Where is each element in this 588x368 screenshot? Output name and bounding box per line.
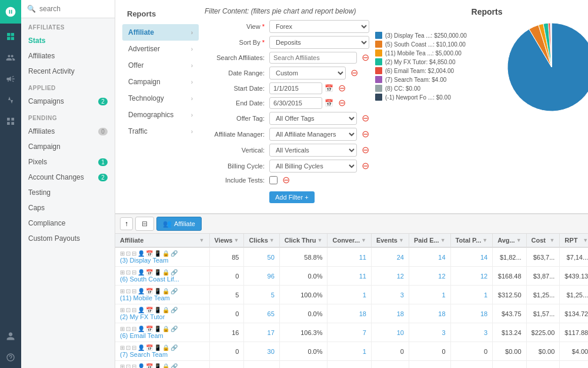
col-click-thru[interactable]: Click Thru▼ [279,234,328,247]
cell-link-6-0[interactable]: 14 [480,254,487,261]
cell-link-4-0[interactable]: 24 [397,254,404,261]
cell-link-3-2[interactable]: 1 [363,291,366,299]
affiliate-link-0[interactable]: (3) Display Team [120,257,168,264]
col-cost[interactable]: Cost▼ [526,234,560,247]
cell-link-6-4[interactable]: 3 [484,329,487,336]
cell-link-4-4[interactable]: 10 [397,329,404,336]
cell-link-3-1[interactable]: 11 [359,273,366,280]
cell-link-5-2[interactable]: 1 [442,291,445,299]
megaphone-nav-icon[interactable] [0,68,21,89]
include-tests-remove[interactable]: ⊖ [282,175,290,185]
offer-tag-select[interactable]: All Offer Tags [269,112,357,125]
col-affiliate[interactable]: Affiliate▼ [115,234,209,247]
sidebar-item-affiliates[interactable]: Affiliates [21,48,115,64]
start-date-remove[interactable]: ⊖ [338,84,346,93]
include-tests-checkbox[interactable] [269,176,278,184]
tab-all[interactable]: ⊟ [135,217,154,231]
affiliate-link-4[interactable]: (6) Email Team [120,332,163,339]
sidebar-item-pixels[interactable]: Pixels 1 [21,154,115,170]
cell-link-3-3[interactable]: 18 [359,310,366,317]
start-date-input[interactable] [269,82,322,94]
dashboard-nav-icon[interactable] [0,26,21,47]
app-logo[interactable] [0,0,21,24]
user-nav-icon[interactable] [0,326,21,347]
cell-link-1-3[interactable]: 65 [268,310,275,317]
affiliate-link-5[interactable]: (7) Search Team [120,351,168,358]
cell-link-5-0[interactable]: 14 [438,254,445,261]
affiliate-manager-select[interactable]: All Affiliate Managers [269,128,357,141]
col-conver---[interactable]: Conver...▼ [328,234,371,247]
report-type-offer[interactable]: Offer› [122,57,199,74]
billing-cycle-select[interactable]: All Billing Cycles [269,160,357,173]
affiliate-manager-remove[interactable]: ⊖ [362,130,369,139]
report-type-traffic[interactable]: Traffic› [122,123,199,140]
col-paid-e---[interactable]: Paid E...▼ [409,234,450,247]
cell-link-5-1[interactable]: 12 [438,273,445,280]
report-type-advertiser[interactable]: Advertiser› [122,41,199,57]
col-events[interactable]: Events▼ [371,234,409,247]
cell-link-6-3[interactable]: 18 [480,310,487,317]
cell-link-4-3[interactable]: 18 [397,310,404,317]
affiliate-link-2[interactable]: (11) Mobile Team [120,294,170,301]
activity-nav-icon[interactable] [0,89,21,111]
date-range-remove[interactable]: ⊖ [350,68,358,78]
sidebar-item-campaigns[interactable]: Campaigns 2 [21,94,115,109]
view-select[interactable]: Forex All [269,20,369,33]
sidebar-item-custom-payouts[interactable]: Custom Payouts [21,231,115,246]
end-date-input[interactable] [269,97,322,109]
cell-link-5-3[interactable]: 18 [438,310,445,317]
sidebar-item-recent-activity[interactable]: Recent Activity [21,64,115,79]
calendar-icon-end[interactable]: 📅 [325,99,333,107]
search-input[interactable] [39,5,109,13]
sidebar-item-account-changes[interactable]: Account Changes 2 [21,170,115,185]
grid-nav-icon[interactable] [0,111,21,132]
people-nav-icon[interactable] [0,47,21,68]
collapse-button[interactable]: ↑ [120,217,133,230]
search-affiliates-remove[interactable]: ⊖ [362,53,369,62]
report-type-technology[interactable]: Technology› [122,90,199,107]
sidebar-item-testing[interactable]: Testing [21,185,115,200]
cell-link-4-1[interactable]: 12 [397,273,404,280]
sidebar-item-stats[interactable]: Stats [21,33,115,48]
offer-tag-remove[interactable]: ⊖ [362,114,369,123]
col-views[interactable]: Views▼ [209,234,244,247]
col-avg---[interactable]: Avg...▼ [493,234,526,247]
cell-link-6-2[interactable]: 1 [484,291,487,299]
cell-link-1-5[interactable]: 30 [268,348,275,355]
affiliate-link-3[interactable]: (2) My FX Tutor [120,313,165,320]
billing-cycle-remove[interactable]: ⊖ [362,161,369,171]
col-rpt[interactable]: RPT▼ [560,234,588,247]
cell-link-1-0[interactable]: 50 [268,254,275,261]
sidebar-item-affiliates-pending[interactable]: Affiliates 0 [21,124,115,139]
cell-link-1-1[interactable]: 96 [268,273,275,280]
end-date-remove[interactable]: ⊖ [338,98,346,108]
cell-link-1-2[interactable]: 5 [271,291,275,299]
cell-link-1-4[interactable]: 17 [268,329,275,336]
settings-nav-icon[interactable] [0,347,21,368]
col-total-p---[interactable]: Total P...▼ [450,234,493,247]
tab-affiliate[interactable]: 👥 Affiliate [156,217,202,231]
calendar-icon[interactable]: 📅 [325,84,333,92]
sortby-select[interactable]: Deposits Clicks [269,36,369,49]
report-type-campaign[interactable]: Campaign› [122,74,199,90]
report-type-affiliate[interactable]: Affiliate› [122,24,199,41]
search-affiliates-input[interactable] [269,52,357,64]
affiliate-link-1[interactable]: (6) South Coast Lif... [120,276,179,283]
vertical-remove[interactable]: ⊖ [362,145,369,155]
col-clicks[interactable]: Clicks▼ [244,234,279,247]
cell-link-4-2[interactable]: 3 [400,291,404,299]
report-type-demographics[interactable]: Demographics› [122,107,199,123]
add-filter-button[interactable]: Add Filter + [269,191,315,203]
cell-link-6-1[interactable]: 12 [480,273,487,280]
cell-link-3-4[interactable]: 7 [363,329,366,336]
row-icons-2: ⊞ ⊡ ⊟ 👤 📅 📱 🔒 🔗 [120,288,205,294]
date-range-select[interactable]: Custom Last 7 Days This Month [269,67,346,79]
cell-link-3-5[interactable]: 1 [363,348,366,355]
sidebar-item-caps[interactable]: Caps [21,200,115,216]
cell-link-5-4[interactable]: 3 [442,329,445,336]
cell-link-3-0[interactable]: 11 [359,254,366,261]
sidebar-item-compliance[interactable]: Compliance [21,216,115,231]
sidebar-item-campaign-pending[interactable]: Campaign [21,139,115,154]
vertical-select[interactable]: All Verticals [269,144,357,157]
search-bar[interactable]: 🔍 [21,0,115,18]
